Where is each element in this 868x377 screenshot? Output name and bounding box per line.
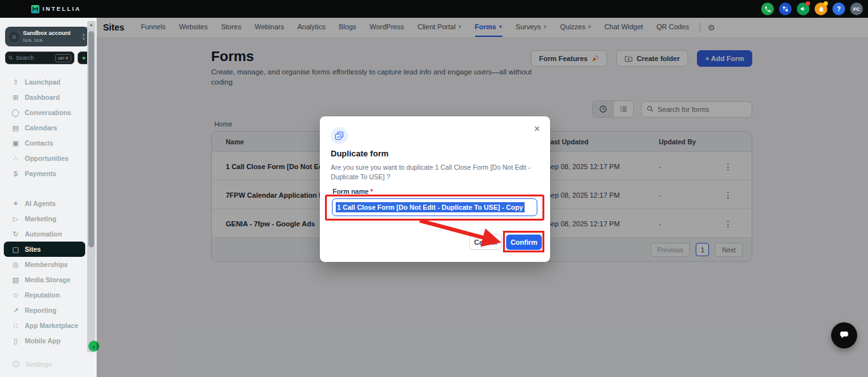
sidebar-item-settings[interactable]: ⚙ Settings: [11, 358, 52, 370]
modal-body-text: Are you sure you want to duplicate 1 Cal…: [331, 163, 538, 182]
sidebar-item-label: Media Storage: [25, 276, 71, 284]
mobile-app-icon: ▯: [11, 337, 20, 345]
account-switcher[interactable]: ☺ Sandbox account N/A, N/A ∧∨: [5, 27, 89, 46]
integrations-icon[interactable]: [779, 3, 792, 15]
reputation-icon: ☆: [11, 291, 20, 299]
sidebar-item-memberships[interactable]: ◎Memberships: [4, 257, 85, 272]
sidebar-item-contacts[interactable]: ▣Contacts: [4, 135, 85, 151]
media-storage-icon: ▧: [11, 276, 20, 284]
duplicate-icon: [331, 127, 348, 144]
app-marketplace-icon: ∷: [11, 322, 20, 330]
sites-icon: ▢: [11, 245, 20, 254]
ai-agents-icon: ✶: [11, 200, 20, 208]
notifications-icon[interactable]: [815, 3, 827, 15]
sidebar-item-dashboard[interactable]: ⊞Dashboard: [4, 90, 85, 105]
topbar: INTELLIA ? FC: [0, 0, 868, 18]
required-asterisk: *: [371, 188, 373, 195]
chevron-updown-icon: ∧∨: [82, 33, 85, 41]
sidebar-item-media-storage[interactable]: ▧Media Storage: [4, 272, 85, 287]
sidebar-item-ai-agents[interactable]: ✶AI Agents: [4, 196, 85, 211]
sidebar-item-label: Opportunities: [25, 154, 69, 162]
sidebar-item-sites[interactable]: ▢Sites: [4, 242, 85, 257]
sidebar-item-label: Payments: [25, 170, 57, 177]
sidebar-item-payments[interactable]: $Payments: [4, 166, 85, 181]
sidebar-item-label: Memberships: [25, 261, 68, 268]
account-avatar-icon: ☺: [9, 32, 19, 42]
conversations-icon: ◯: [11, 109, 20, 117]
shortcut-badge: ctrl K: [55, 54, 71, 62]
sidebar-search-input[interactable]: Search ctrl K: [5, 51, 74, 64]
notification-dot: [806, 1, 810, 6]
gear-icon: ⚙: [11, 358, 20, 370]
scrollbar-thumb[interactable]: [88, 31, 94, 247]
sidebar-item-label: Reputation: [25, 291, 60, 299]
sidebar-item-label: Conversations: [25, 109, 71, 116]
confirm-button[interactable]: Confirm: [506, 235, 542, 250]
contacts-icon: ▣: [11, 139, 20, 147]
sidebar-divider: [6, 188, 81, 189]
close-icon[interactable]: ×: [534, 124, 540, 134]
account-name: Sandbox account: [23, 30, 71, 37]
sidebar-item-launchpad[interactable]: ⇧Launchpad: [4, 74, 85, 90]
cancel-button[interactable]: Cancel: [469, 234, 502, 250]
account-subtitle: N/A, N/A: [23, 38, 71, 43]
search-icon: [8, 55, 13, 60]
calendar-icon: ▤: [11, 124, 20, 132]
brand-name: INTELLIA: [43, 6, 81, 12]
sidebar-item-automation[interactable]: ↻Automation: [4, 226, 85, 242]
sidebar-item-label: Launchpad: [25, 78, 60, 86]
phone-icon[interactable]: [761, 3, 774, 15]
sidebar-item-label: Sites: [25, 245, 41, 253]
dashboard-icon: ⊞: [11, 93, 20, 102]
duplicate-form-modal: × Duplicate form Are you sure you want t…: [320, 116, 550, 262]
sidebar: ☺ Sandbox account N/A, N/A ∧∨ Search ctr…: [0, 18, 97, 377]
user-avatar[interactable]: FC: [850, 3, 863, 15]
sidebar-item-reputation[interactable]: ☆Reputation: [4, 287, 85, 303]
modal-title: Duplicate form: [331, 149, 389, 158]
sidebar-item-reporting[interactable]: ↗Reporting: [4, 303, 85, 318]
search-placeholder: Search: [16, 55, 34, 61]
intellia-logo-icon: [31, 5, 39, 13]
chat-bubble-icon: [837, 329, 851, 342]
sidebar-item-app-marketplace[interactable]: ∷App Marketplace: [4, 318, 85, 333]
automation-icon: ↻: [11, 230, 20, 238]
sidebar-item-marketing[interactable]: ▷Marketing: [4, 211, 85, 226]
notification-dot: [823, 1, 828, 6]
sidebar-item-conversations[interactable]: ◯Conversations: [4, 105, 85, 120]
form-name-label: Form name*: [333, 188, 373, 195]
sidebar-item-label: Dashboard: [25, 93, 60, 101]
topbar-icons: ? FC: [761, 3, 863, 15]
sidebar-item-label: AI Agents: [25, 200, 56, 207]
sidebar-item-opportunities[interactable]: ∴Opportunities: [4, 151, 85, 166]
form-name-input[interactable]: 1 Call Close Form [Do Not Edit - Duplica…: [332, 198, 537, 216]
opportunities-icon: ∴: [11, 154, 20, 163]
sidebar-item-calendars[interactable]: ▤Calendars: [4, 120, 85, 135]
scroll-up-icon[interactable]: ▲: [87, 22, 95, 27]
sidebar-item-label: Calendars: [25, 124, 57, 132]
sidebar-item-label: Mobile App: [25, 337, 60, 345]
memberships-icon: ◎: [11, 261, 20, 269]
sidebar-scrollbar[interactable]: ▲ ▼: [87, 21, 95, 352]
sidebar-item-label: Contacts: [25, 139, 53, 147]
sidebar-item-mobile-app[interactable]: ▯Mobile App: [4, 333, 85, 348]
sidebar-item-label: Automation: [25, 230, 62, 238]
selected-input-text: 1 Call Close Form [Do Not Edit - Duplica…: [336, 202, 525, 212]
reporting-icon: ↗: [11, 306, 20, 315]
sidebar-item-label: Reporting: [25, 306, 57, 314]
launchpad-icon: ⇧: [11, 78, 20, 86]
brand: INTELLIA: [31, 0, 81, 18]
marketing-icon: ▷: [11, 215, 20, 223]
announcements-icon[interactable]: [797, 3, 809, 15]
payments-icon: $: [11, 170, 20, 177]
sidebar-nav: ⇧Launchpad⊞Dashboard◯Conversations▤Calen…: [0, 74, 88, 348]
help-icon[interactable]: ?: [832, 3, 845, 15]
sidebar-item-label: Marketing: [25, 215, 57, 223]
sidebar-item-label: App Marketplace: [25, 322, 78, 329]
chat-widget-button[interactable]: [831, 322, 857, 348]
